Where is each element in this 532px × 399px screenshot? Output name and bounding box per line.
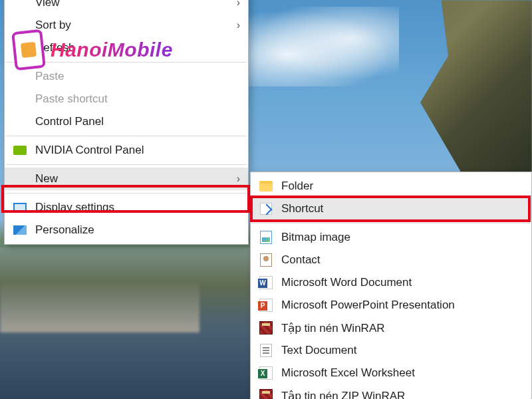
- menu-item-nvidia-control-panel[interactable]: NVIDIA Control Panel: [5, 139, 248, 162]
- submenu-item-text[interactable]: Text Document: [251, 339, 531, 362]
- menu-item-new[interactable]: New ›: [5, 168, 248, 190]
- menu-item-label: Refresh: [35, 41, 75, 55]
- menu-item-paste-shortcut: Paste shortcut: [5, 88, 248, 110]
- menu-item-view[interactable]: View ›: [5, 0, 248, 14]
- menu-item-label: New: [35, 172, 58, 186]
- menu-item-label: Shortcut: [281, 202, 323, 215]
- menu-item-display-settings[interactable]: Display settings: [5, 196, 248, 219]
- menu-item-label: Personalize: [35, 223, 94, 237]
- word-icon: [259, 275, 273, 290]
- menu-item-label: Tập tin nén WinRAR: [281, 321, 385, 335]
- submenu-item-powerpoint[interactable]: Microsoft PowerPoint Presentation: [251, 294, 531, 317]
- wallpaper-clouds: [239, 7, 399, 86]
- folder-icon: [259, 179, 273, 194]
- contact-icon: [259, 253, 273, 267]
- menu-separator: [6, 62, 247, 63]
- menu-item-label: NVIDIA Control Panel: [35, 144, 144, 157]
- menu-item-label: Sort by: [35, 19, 71, 32]
- menu-separator: [252, 223, 530, 223]
- menu-item-label: Microsoft Word Document: [281, 276, 412, 289]
- menu-item-label: Text Document: [281, 344, 356, 357]
- excel-icon: [259, 366, 273, 380]
- menu-separator: [6, 136, 247, 136]
- submenu-item-word[interactable]: Microsoft Word Document: [251, 271, 531, 294]
- text-icon: [259, 343, 273, 358]
- desktop-context-menu[interactable]: View › Sort by › Refresh Paste Paste sho…: [4, 0, 249, 245]
- chevron-right-icon: ›: [237, 0, 240, 9]
- menu-item-paste: Paste: [5, 65, 248, 88]
- submenu-item-excel[interactable]: Microsoft Excel Worksheet: [251, 362, 531, 384]
- menu-item-refresh[interactable]: Refresh: [5, 37, 248, 59]
- personalize-icon: [13, 223, 27, 237]
- menu-item-label: View: [35, 0, 60, 9]
- submenu-item-shortcut[interactable]: Shortcut: [251, 198, 531, 220]
- submenu-item-bitmap[interactable]: Bitmap image: [251, 226, 531, 249]
- chevron-right-icon: ›: [237, 19, 240, 31]
- menu-separator: [6, 193, 247, 194]
- menu-item-label: Tập tin nén ZIP WinRAR: [281, 389, 405, 400]
- powerpoint-icon: [259, 298, 273, 313]
- nvidia-icon: [13, 143, 27, 158]
- winrar-icon: [259, 388, 273, 399]
- submenu-item-contact[interactable]: Contact: [251, 249, 531, 271]
- menu-item-label: Paste shortcut: [35, 92, 108, 106]
- menu-item-sort-by[interactable]: Sort by ›: [5, 14, 248, 37]
- menu-item-control-panel[interactable]: Control Panel: [5, 110, 248, 133]
- new-submenu[interactable]: Folder Shortcut Bitmap image Contact Mic…: [250, 172, 532, 399]
- menu-item-label: Display settings: [35, 201, 114, 214]
- menu-item-label: Microsoft Excel Worksheet: [281, 366, 415, 380]
- submenu-item-folder[interactable]: Folder: [251, 175, 531, 198]
- menu-item-label: Folder: [281, 180, 313, 193]
- menu-item-label: Paste: [35, 70, 64, 83]
- winrar-icon: [259, 321, 273, 335]
- menu-item-label: Control Panel: [35, 115, 104, 128]
- submenu-item-zip-winrar[interactable]: Tập tin nén ZIP WinRAR: [251, 384, 531, 399]
- display-icon: [13, 200, 27, 215]
- menu-item-label: Bitmap image: [281, 231, 350, 244]
- menu-separator: [6, 164, 247, 165]
- menu-item-label: Contact: [281, 253, 321, 267]
- menu-item-personalize[interactable]: Personalize: [5, 219, 248, 241]
- chevron-right-icon: ›: [237, 173, 240, 185]
- submenu-item-winrar[interactable]: Tập tin nén WinRAR: [251, 317, 531, 339]
- menu-item-label: Microsoft PowerPoint Presentation: [281, 299, 455, 312]
- bitmap-icon: [259, 230, 273, 245]
- wallpaper-beach: [0, 279, 200, 332]
- shortcut-icon: [259, 201, 273, 216]
